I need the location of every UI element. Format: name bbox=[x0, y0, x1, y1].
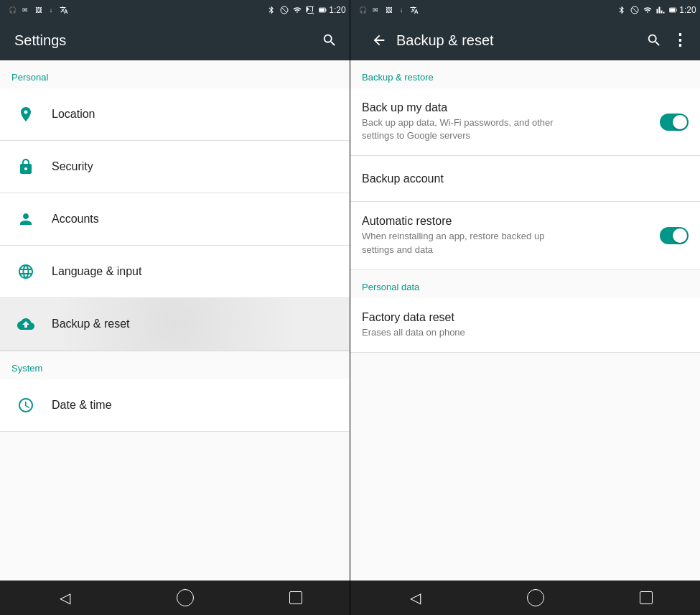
svg-rect-4 bbox=[326, 9, 327, 11]
download-icon: ↓ bbox=[46, 5, 56, 15]
sidebar-item-language[interactable]: Language & input bbox=[0, 246, 350, 298]
no-sim-icon-r bbox=[630, 5, 640, 15]
clock-icon bbox=[17, 397, 34, 414]
home-nav-left[interactable] bbox=[177, 589, 194, 606]
settings-list: Personal Location Security Ac bbox=[0, 60, 350, 581]
no-sim-icon bbox=[279, 5, 289, 15]
backup-restore-header: Backup & restore bbox=[350, 60, 700, 88]
automatic-restore-subtitle: When reinstalling an app, restore backed… bbox=[362, 230, 577, 256]
search-button-left[interactable] bbox=[321, 32, 338, 49]
backup-account-title: Backup account bbox=[362, 172, 689, 185]
mail-icon: ✉ bbox=[20, 5, 30, 15]
more-options-button[interactable]: ⋮ bbox=[671, 32, 689, 49]
system-section-header: System bbox=[0, 351, 350, 379]
backup-my-data-toggle[interactable] bbox=[660, 114, 689, 131]
sidebar-item-location[interactable]: Location bbox=[0, 88, 350, 141]
back-button[interactable] bbox=[370, 32, 388, 49]
sidebar-item-datetime[interactable]: Date & time bbox=[0, 379, 350, 432]
location-icon bbox=[17, 106, 34, 123]
svg-rect-3 bbox=[319, 9, 325, 12]
image-icon-r: 🖼 bbox=[383, 5, 393, 15]
bluetooth-icon-r bbox=[617, 5, 627, 15]
security-text: Security bbox=[52, 160, 338, 173]
svg-line-1 bbox=[281, 7, 287, 13]
status-icons-right-left: 🎧 ✉ 🖼 ↓ bbox=[358, 5, 419, 15]
status-icons-right-right: 1:20 bbox=[617, 5, 693, 15]
backup-my-data-title: Back up my data bbox=[362, 101, 651, 114]
backup-my-data-subtitle: Back up app data, Wi-Fi passwords, and o… bbox=[362, 116, 577, 142]
location-text: Location bbox=[52, 108, 338, 121]
factory-reset-text: Factory data reset Erases all data on ph… bbox=[362, 311, 689, 339]
automatic-restore-toggle[interactable] bbox=[660, 227, 689, 244]
language-label: Language & input bbox=[52, 265, 338, 278]
ripple-effect bbox=[0, 298, 350, 350]
location-label: Location bbox=[52, 108, 338, 121]
svg-line-6 bbox=[632, 7, 638, 13]
status-bar-left: 🎧 ✉ 🖼 ↓ bbox=[0, 0, 350, 20]
personal-data-header: Personal data bbox=[350, 270, 700, 298]
right-app-bar: Backup & reset ⋮ bbox=[350, 20, 700, 60]
factory-reset-title: Factory data reset bbox=[362, 311, 689, 324]
headset-icon: 🎧 bbox=[7, 5, 17, 15]
time-right: 1:20 bbox=[683, 5, 693, 15]
accounts-icon-container bbox=[11, 205, 40, 233]
backup-my-data-item[interactable]: Back up my data Back up app data, Wi-Fi … bbox=[350, 88, 700, 156]
lock-icon bbox=[17, 158, 34, 175]
automatic-restore-title: Automatic restore bbox=[362, 215, 651, 228]
search-button-right[interactable] bbox=[645, 32, 663, 49]
location-icon-container bbox=[11, 100, 40, 129]
image-icon: 🖼 bbox=[33, 5, 43, 15]
wifi-icon-r bbox=[643, 5, 653, 15]
datetime-label: Date & time bbox=[52, 399, 338, 412]
back-nav-right[interactable]: ◁ bbox=[398, 581, 432, 615]
left-panel: 🎧 ✉ 🖼 ↓ bbox=[0, 0, 350, 615]
recent-nav-left[interactable] bbox=[289, 591, 302, 604]
nav-bar-left: ◁ bbox=[0, 581, 350, 615]
backup-detail-list: Backup & restore Back up my data Back up… bbox=[350, 60, 700, 581]
settings-title: Settings bbox=[14, 32, 312, 49]
factory-reset-subtitle: Erases all data on phone bbox=[362, 326, 577, 339]
translate-icon-r bbox=[409, 5, 419, 15]
sidebar-item-backup[interactable]: Backup & reset bbox=[0, 298, 350, 351]
datetime-text: Date & time bbox=[52, 399, 338, 412]
language-icon-container bbox=[11, 257, 40, 286]
backup-account-item[interactable]: Backup account bbox=[350, 156, 700, 202]
wifi-icon bbox=[292, 5, 302, 15]
svg-rect-9 bbox=[676, 9, 677, 11]
datetime-icon-container bbox=[11, 391, 40, 420]
nav-bar-right: ◁ bbox=[350, 581, 700, 615]
svg-rect-8 bbox=[670, 9, 675, 12]
globe-icon bbox=[17, 263, 34, 280]
person-icon bbox=[17, 211, 34, 228]
automatic-restore-item[interactable]: Automatic restore When reinstalling an a… bbox=[350, 202, 700, 269]
recent-nav-right[interactable] bbox=[640, 591, 653, 604]
automatic-restore-text: Automatic restore When reinstalling an a… bbox=[362, 215, 651, 256]
sidebar-item-accounts[interactable]: Accounts bbox=[0, 193, 350, 246]
language-text: Language & input bbox=[52, 265, 338, 278]
home-nav-right[interactable] bbox=[527, 589, 544, 606]
backup-my-data-text: Back up my data Back up app data, Wi-Fi … bbox=[362, 101, 651, 142]
bluetooth-icon bbox=[266, 5, 276, 15]
left-app-bar: Settings bbox=[0, 20, 350, 60]
download-icon-r: ↓ bbox=[396, 5, 406, 15]
factory-reset-item[interactable]: Factory data reset Erases all data on ph… bbox=[350, 298, 700, 353]
status-icons-left: 🎧 ✉ 🖼 ↓ bbox=[7, 5, 69, 15]
headset-icon-r: 🎧 bbox=[358, 5, 368, 15]
backup-reset-title: Backup & reset bbox=[396, 32, 637, 49]
personal-section-header: Personal bbox=[0, 60, 350, 88]
right-panel: 🎧 ✉ 🖼 ↓ 1:20 bbox=[350, 0, 700, 615]
signal-icon bbox=[305, 5, 315, 15]
translate-icon bbox=[59, 5, 69, 15]
status-icons-right: 1:20 bbox=[266, 5, 342, 15]
back-nav-left[interactable]: ◁ bbox=[47, 581, 82, 615]
status-bar-right: 🎧 ✉ 🖼 ↓ 1:20 bbox=[350, 0, 700, 20]
battery-icon bbox=[318, 5, 328, 15]
mail-icon-r: ✉ bbox=[370, 5, 381, 15]
backup-account-text: Backup account bbox=[362, 172, 689, 185]
security-icon-container bbox=[11, 152, 40, 181]
sidebar-item-security[interactable]: Security bbox=[0, 141, 350, 193]
time-left: 1:20 bbox=[332, 5, 342, 15]
signal-icon-r bbox=[655, 5, 666, 15]
battery-icon-r bbox=[668, 5, 678, 15]
accounts-label: Accounts bbox=[52, 213, 338, 226]
